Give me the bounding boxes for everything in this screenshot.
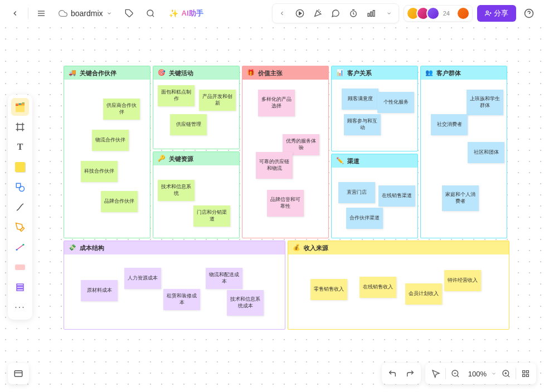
pointer-tool[interactable] — [428, 365, 444, 382]
svg-line-30 — [457, 375, 459, 377]
tag-button[interactable] — [121, 5, 138, 22]
timer-button[interactable] — [345, 5, 362, 22]
current-user-avatar[interactable] — [456, 7, 470, 20]
canvas[interactable]: 🚚关键合作伙伴 供应商合作伙伴 物流合作伙伴 科技合作伙伴 品牌合作伙伴 🎯关键… — [0, 0, 544, 392]
avatar-stack[interactable] — [406, 7, 440, 20]
sticky-note[interactable]: 特许经营收入 — [444, 270, 481, 291]
sticky-note[interactable]: 品牌合作伙伴 — [101, 191, 138, 212]
block-title: 渠道 — [347, 157, 360, 165]
undo-button[interactable] — [384, 365, 401, 382]
sticky-note[interactable]: 物流合作伙伴 — [92, 130, 129, 151]
redo-button[interactable] — [402, 365, 419, 382]
search-button[interactable] — [142, 5, 159, 22]
more-tools[interactable]: ··· — [11, 298, 29, 316]
sticky-note[interactable]: 品牌信誉和可靠性 — [267, 190, 304, 217]
sticky-note[interactable]: 会员计划收入 — [405, 283, 442, 305]
chevron-left-button[interactable] — [274, 5, 290, 22]
components-tool[interactable] — [11, 278, 29, 296]
sticky-note[interactable]: 合作伙伴渠道 — [346, 208, 383, 229]
cloud-icon — [59, 9, 67, 18]
text-tool[interactable]: T — [11, 138, 29, 156]
block-title: 客户关系 — [347, 69, 372, 77]
sticky-note[interactable]: 门店和分销渠道 — [193, 205, 230, 227]
block-partners[interactable]: 🚚关键合作伙伴 供应商合作伙伴 物流合作伙伴 科技合作伙伴 品牌合作伙伴 — [64, 66, 150, 238]
sticky-note[interactable]: 家庭和个人消费者 — [442, 185, 479, 211]
connector-tool[interactable] — [11, 238, 29, 256]
block-value-proposition[interactable]: 🎁价值主张 多样化的产品选择 优秀的服务体验 可靠的供应链和物流 品牌信誉和可靠… — [242, 66, 329, 238]
block-title: 关键合作伙伴 — [80, 69, 116, 77]
block-customer-segments[interactable]: 👥客户群体 上班族和学生群体 社交消费者 社区和团体 家庭和个人消费者 — [420, 66, 507, 238]
label-icon — [15, 264, 25, 270]
sticky-note[interactable]: 顾客参与和互动 — [344, 114, 381, 135]
pencil-icon: ✏️ — [336, 157, 344, 165]
more-dropdown-button[interactable] — [381, 5, 397, 22]
svg-point-22 — [16, 249, 18, 251]
block-resources[interactable]: 🔑关键资源 技术和信息系统 门店和分销渠道 — [153, 151, 240, 238]
templates-icon: 🗂️ — [14, 102, 26, 112]
sticky-note[interactable]: 原材料成本 — [81, 280, 118, 301]
resource-icon: 🔑 — [158, 155, 166, 163]
block-cost-structure[interactable]: 💸成本结构 原材料成本 人力资源成本 租赁和装修成本 物流和配送成本 技术和信息… — [64, 241, 285, 330]
sticky-note[interactable]: 社交消费者 — [431, 114, 468, 135]
sticky-note[interactable]: 人力资源成本 — [124, 268, 161, 289]
celebrate-button[interactable] — [309, 5, 326, 22]
pen-tool[interactable] — [11, 218, 29, 236]
sticky-note[interactable]: 产品开发和创新 — [199, 90, 236, 111]
help-button[interactable] — [521, 5, 537, 22]
sticky-note[interactable]: 技术和信息系统 — [158, 180, 195, 201]
people-icon: 👥 — [425, 69, 433, 77]
sticky-note[interactable]: 技术和信息系统成本 — [227, 290, 264, 316]
sticky-note[interactable]: 顾客满意度 — [342, 89, 378, 110]
block-customer-relationships[interactable]: 📊客户关系 顾客满意度 个性化服务 顾客参与和互动 — [331, 66, 418, 151]
board-name-dropdown[interactable]: boardmix — [54, 7, 116, 20]
back-button[interactable] — [7, 5, 23, 22]
sticky-note[interactable]: 在线销售收入 — [360, 277, 396, 298]
divider — [28, 8, 28, 19]
line-tool[interactable] — [11, 198, 29, 216]
sticky-note[interactable]: 租赁和装修成本 — [163, 289, 200, 310]
svg-point-11 — [486, 11, 488, 13]
sticky-note[interactable]: 个性化服务 — [377, 92, 414, 113]
svg-marker-6 — [299, 12, 301, 14]
sticky-note[interactable]: 供应商合作伙伴 — [103, 99, 140, 120]
zoom-in-button[interactable] — [498, 365, 514, 382]
left-toolbar: 🗂️ T ··· — [8, 95, 32, 320]
block-revenue-streams[interactable]: 💰收入来源 零售销售收入 在线销售收入 会员计划收入 特许经营收入 — [288, 241, 509, 330]
slides-panel-toggle[interactable] — [8, 363, 29, 384]
chart-icon: 📊 — [336, 69, 344, 77]
sticky-note[interactable]: 在线销售渠道 — [378, 185, 415, 207]
block-activities[interactable]: 🎯关键活动 面包和糕点制作 产品开发和创新 供应链管理 — [153, 66, 240, 149]
share-button[interactable]: 分享 — [477, 5, 516, 22]
sticky-note[interactable]: 物流和配送成本 — [206, 268, 242, 289]
svg-line-4 — [152, 15, 154, 17]
svg-rect-24 — [17, 284, 23, 286]
svg-line-33 — [508, 375, 509, 377]
sticky-note-tool[interactable] — [11, 158, 29, 176]
block-title: 收入来源 — [304, 244, 328, 252]
menu-button[interactable] — [33, 5, 50, 22]
sticky-note[interactable]: 科技合作伙伴 — [81, 161, 118, 182]
business-model-canvas: 🚚关键合作伙伴 供应商合作伙伴 物流合作伙伴 科技合作伙伴 品牌合作伙伴 🎯关键… — [64, 66, 509, 330]
sticky-note[interactable]: 多样化的产品选择 — [258, 90, 295, 116]
label-tool[interactable] — [11, 258, 29, 276]
sticky-note[interactable]: 上班族和学生群体 — [467, 90, 503, 115]
sticky-note[interactable]: 零售销售收入 — [310, 279, 347, 300]
ai-assistant-button[interactable]: ✨ AI助手 — [163, 6, 209, 21]
block-channels[interactable]: ✏️渠道 直营门店 在线销售渠道 合作伙伴渠道 — [331, 154, 418, 238]
sticky-note[interactable]: 社区和团体 — [468, 142, 504, 163]
sticky-note[interactable]: 可靠的供应链和物流 — [256, 152, 293, 179]
sticky-note[interactable]: 面包和糕点制作 — [158, 85, 195, 106]
comment-button[interactable] — [327, 5, 344, 22]
svg-rect-10 — [373, 11, 375, 17]
templates-tool[interactable]: 🗂️ — [11, 98, 29, 116]
sticky-note[interactable]: 供应链管理 — [170, 114, 207, 135]
shape-tool[interactable] — [11, 178, 29, 196]
minimap-button[interactable] — [517, 365, 534, 382]
frame-tool[interactable] — [11, 118, 29, 136]
chart-button[interactable] — [363, 5, 380, 22]
zoom-out-button[interactable] — [447, 365, 464, 382]
svg-rect-9 — [370, 12, 372, 16]
zoom-level[interactable]: 100% — [465, 370, 490, 378]
sticky-note[interactable]: 直营门店 — [338, 182, 375, 203]
play-button[interactable] — [292, 5, 308, 22]
